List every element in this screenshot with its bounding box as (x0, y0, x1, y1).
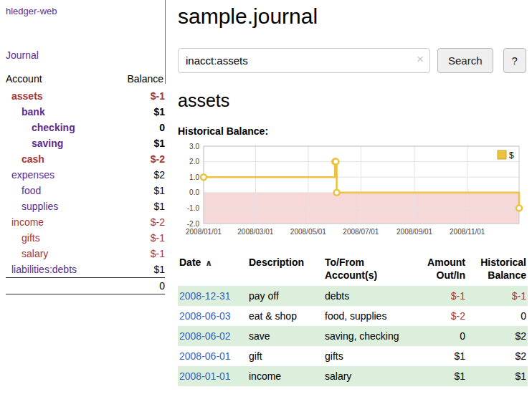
account-balance: $1 (110, 198, 165, 214)
transaction-accounts: food, supplies (323, 306, 416, 326)
svg-text:1.0: 1.0 (189, 173, 199, 181)
account-row: salary$-1 (6, 246, 165, 262)
svg-text:-2.0: -2.0 (187, 220, 200, 228)
search-row: × Search ? (178, 48, 528, 73)
balance-chart: 2008/01/012008/03/012008/05/012008/07/01… (178, 139, 528, 246)
transaction-description: pay off (247, 286, 323, 306)
account-balance: $-1 (110, 88, 165, 104)
svg-text:2008/01/01: 2008/01/01 (186, 228, 222, 236)
svg-text:2.0: 2.0 (189, 158, 199, 166)
account-row: gifts$-1 (6, 230, 165, 246)
account-balance: $1 (110, 183, 165, 198)
transaction-description: eat & shop (247, 306, 323, 326)
transaction-amount: $1 (416, 346, 467, 366)
svg-text:2008/09/01: 2008/09/01 (396, 228, 432, 236)
accounts-col-account: Account (6, 70, 110, 88)
legend-swatch (498, 150, 506, 159)
transaction-running-balance: $2 (467, 346, 528, 366)
register-table: Date∧ Description To/From Account(s) Amo… (178, 254, 528, 386)
transaction-amount: 0 (416, 326, 467, 346)
account-link-bank[interactable]: bank (22, 106, 45, 118)
account-row: checking0 (6, 120, 165, 135)
account-row: supplies$1 (6, 198, 165, 214)
account-link-checking[interactable]: checking (32, 122, 75, 133)
journal-link[interactable]: Journal (6, 49, 169, 61)
svg-text:2008/05/01: 2008/05/01 (290, 228, 326, 236)
chart-title: Historical Balance: (178, 125, 528, 137)
transaction-description: save (247, 326, 323, 346)
register-col-description: Description (247, 254, 323, 286)
register-row: 2008-06-02savesaving, checking0$2 (178, 326, 528, 346)
register-row: 2008-06-03eat & shopfood, supplies$-20 (178, 306, 528, 326)
account-balance: 0 (110, 120, 165, 135)
app-title-link[interactable]: hledger-web (6, 6, 169, 16)
balance-chart-svg: 2008/01/012008/03/012008/05/012008/07/01… (178, 139, 525, 244)
sidebar: hledger-web Journal Account Balance asse… (0, 0, 169, 294)
transaction-description: income (247, 366, 323, 386)
transaction-amount: $1 (416, 366, 467, 386)
account-balance: $1 (110, 135, 165, 151)
register-row: 2008-06-01giftgifts$1$2 (178, 346, 528, 366)
transaction-date-link[interactable]: 2008-06-03 (179, 310, 231, 322)
account-link-liabilities-debts[interactable]: liabilities:debts (11, 264, 77, 275)
search-input[interactable] (178, 48, 430, 73)
account-link-income[interactable]: income (11, 216, 44, 228)
accounts-header-row: Account Balance (6, 70, 165, 88)
register-header-row: Date∧ Description To/From Account(s) Amo… (178, 254, 528, 286)
transaction-running-balance: $1 (467, 366, 528, 386)
account-row: income$-2 (6, 214, 165, 230)
transaction-date-link[interactable]: 2008-06-02 (179, 330, 231, 342)
account-link-cash[interactable]: cash (22, 153, 44, 165)
transaction-date-link[interactable]: 2008-12-31 (179, 290, 231, 302)
search-box: × (178, 48, 430, 73)
svg-text:2008/07/01: 2008/07/01 (343, 228, 379, 236)
panel-divider (165, 0, 166, 84)
transaction-running-balance: 0 (467, 306, 528, 326)
transaction-amount: $-2 (416, 306, 467, 326)
accounts-col-balance: Balance (110, 70, 165, 88)
account-link-expenses[interactable]: expenses (11, 169, 54, 181)
svg-text:2008/11/01: 2008/11/01 (450, 228, 485, 236)
account-row: saving$1 (6, 135, 165, 151)
account-balance: $2 (110, 167, 165, 183)
account-balance: $-2 (110, 151, 165, 167)
transaction-accounts: gifts (323, 346, 416, 366)
account-link-saving[interactable]: saving (32, 138, 63, 149)
transaction-description: gift (247, 346, 323, 366)
search-button[interactable]: Search (437, 48, 493, 73)
transaction-running-balance: $-1 (467, 286, 528, 306)
help-button[interactable]: ? (503, 48, 526, 73)
transaction-accounts: debts (323, 286, 416, 306)
account-balance: $1 (110, 104, 165, 120)
transaction-accounts: saving, checking (323, 326, 416, 346)
account-link-gifts[interactable]: gifts (22, 232, 40, 244)
account-row: liabilities:debts$1 (6, 262, 165, 278)
main-panel: sample.journal × Search ? assets Histori… (178, 0, 528, 386)
register-col-date-label: Date (179, 257, 201, 268)
account-heading: assets (178, 90, 528, 111)
account-balance: $1 (110, 262, 165, 278)
account-link-food[interactable]: food (22, 185, 41, 196)
register-col-balance: Historical Balance (467, 254, 528, 286)
register-col-date[interactable]: Date∧ (178, 254, 247, 286)
svg-text:0.0: 0.0 (189, 188, 199, 196)
account-balance: $-1 (110, 230, 165, 246)
transaction-date-link[interactable]: 2008-06-01 (179, 350, 231, 362)
account-row: bank$1 (6, 104, 165, 120)
accounts-total-row: 0 (6, 278, 165, 294)
svg-text:2008/03/01: 2008/03/01 (237, 228, 273, 236)
account-row: food$1 (6, 183, 165, 198)
account-link-salary[interactable]: salary (22, 248, 48, 259)
account-link-assets[interactable]: assets (11, 90, 43, 102)
account-row: cash$-2 (6, 151, 165, 167)
sort-asc-icon[interactable]: ∧ (205, 258, 212, 268)
account-balance: $-2 (110, 214, 165, 230)
legend-label: $ (509, 150, 514, 160)
register-col-amount: Amount Out/In (416, 254, 467, 286)
transaction-amount: $-1 (416, 286, 467, 306)
clear-search-icon[interactable]: × (417, 53, 424, 65)
transaction-date-link[interactable]: 2008-01-01 (179, 370, 231, 382)
account-link-supplies[interactable]: supplies (22, 201, 58, 212)
transaction-running-balance: $2 (467, 326, 528, 346)
register-row: 2008-01-01incomesalary$1$1 (178, 366, 528, 386)
